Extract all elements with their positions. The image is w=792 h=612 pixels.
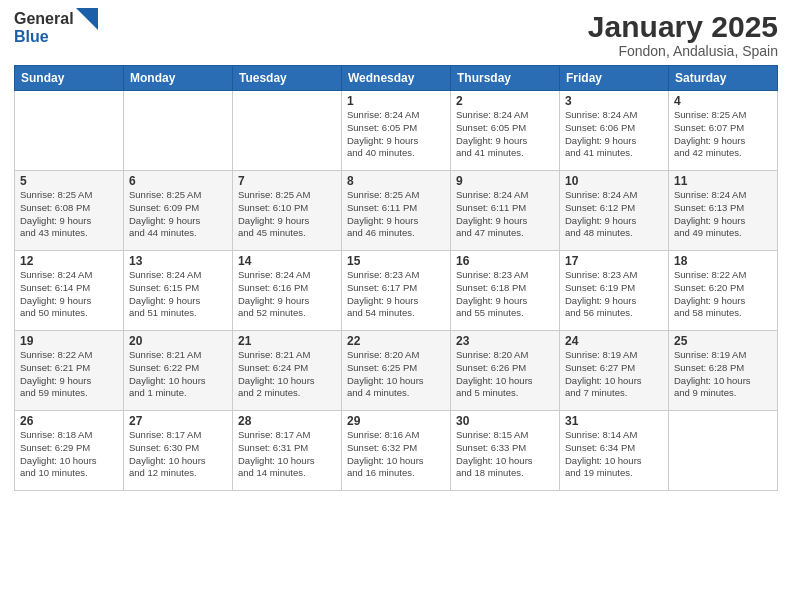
day-cell-0-4: 2Sunrise: 8:24 AM Sunset: 6:05 PM Daylig… <box>451 91 560 171</box>
day-cell-4-5: 31Sunrise: 8:14 AM Sunset: 6:34 PM Dayli… <box>560 411 669 491</box>
day-info: Sunrise: 8:21 AM Sunset: 6:22 PM Dayligh… <box>129 349 227 400</box>
day-cell-0-5: 3Sunrise: 8:24 AM Sunset: 6:06 PM Daylig… <box>560 91 669 171</box>
day-cell-1-6: 11Sunrise: 8:24 AM Sunset: 6:13 PM Dayli… <box>669 171 778 251</box>
day-info: Sunrise: 8:24 AM Sunset: 6:12 PM Dayligh… <box>565 189 663 240</box>
day-number: 30 <box>456 414 554 428</box>
day-cell-2-3: 15Sunrise: 8:23 AM Sunset: 6:17 PM Dayli… <box>342 251 451 331</box>
svg-marker-0 <box>76 8 98 30</box>
day-cell-4-1: 27Sunrise: 8:17 AM Sunset: 6:30 PM Dayli… <box>124 411 233 491</box>
day-number: 28 <box>238 414 336 428</box>
week-row-0: 1Sunrise: 8:24 AM Sunset: 6:05 PM Daylig… <box>15 91 778 171</box>
day-info: Sunrise: 8:24 AM Sunset: 6:16 PM Dayligh… <box>238 269 336 320</box>
day-cell-3-0: 19Sunrise: 8:22 AM Sunset: 6:21 PM Dayli… <box>15 331 124 411</box>
day-cell-2-4: 16Sunrise: 8:23 AM Sunset: 6:18 PM Dayli… <box>451 251 560 331</box>
day-cell-3-5: 24Sunrise: 8:19 AM Sunset: 6:27 PM Dayli… <box>560 331 669 411</box>
header-tuesday: Tuesday <box>233 66 342 91</box>
day-cell-4-6 <box>669 411 778 491</box>
day-number: 31 <box>565 414 663 428</box>
day-info: Sunrise: 8:21 AM Sunset: 6:24 PM Dayligh… <box>238 349 336 400</box>
logo: General Blue <box>14 10 98 45</box>
day-number: 27 <box>129 414 227 428</box>
week-row-4: 26Sunrise: 8:18 AM Sunset: 6:29 PM Dayli… <box>15 411 778 491</box>
page: General Blue January 2025 Fondon, Andalu… <box>0 0 792 612</box>
day-number: 18 <box>674 254 772 268</box>
day-number: 7 <box>238 174 336 188</box>
day-number: 22 <box>347 334 445 348</box>
day-info: Sunrise: 8:14 AM Sunset: 6:34 PM Dayligh… <box>565 429 663 480</box>
day-info: Sunrise: 8:18 AM Sunset: 6:29 PM Dayligh… <box>20 429 118 480</box>
day-number: 12 <box>20 254 118 268</box>
calendar-subtitle: Fondon, Andalusia, Spain <box>588 43 778 59</box>
header-thursday: Thursday <box>451 66 560 91</box>
day-cell-2-6: 18Sunrise: 8:22 AM Sunset: 6:20 PM Dayli… <box>669 251 778 331</box>
day-info: Sunrise: 8:16 AM Sunset: 6:32 PM Dayligh… <box>347 429 445 480</box>
day-number: 9 <box>456 174 554 188</box>
day-cell-1-3: 8Sunrise: 8:25 AM Sunset: 6:11 PM Daylig… <box>342 171 451 251</box>
day-info: Sunrise: 8:22 AM Sunset: 6:21 PM Dayligh… <box>20 349 118 400</box>
day-info: Sunrise: 8:24 AM Sunset: 6:15 PM Dayligh… <box>129 269 227 320</box>
day-cell-4-2: 28Sunrise: 8:17 AM Sunset: 6:31 PM Dayli… <box>233 411 342 491</box>
day-info: Sunrise: 8:15 AM Sunset: 6:33 PM Dayligh… <box>456 429 554 480</box>
day-info: Sunrise: 8:17 AM Sunset: 6:31 PM Dayligh… <box>238 429 336 480</box>
day-info: Sunrise: 8:20 AM Sunset: 6:25 PM Dayligh… <box>347 349 445 400</box>
day-number: 10 <box>565 174 663 188</box>
week-row-1: 5Sunrise: 8:25 AM Sunset: 6:08 PM Daylig… <box>15 171 778 251</box>
day-info: Sunrise: 8:23 AM Sunset: 6:19 PM Dayligh… <box>565 269 663 320</box>
day-info: Sunrise: 8:24 AM Sunset: 6:11 PM Dayligh… <box>456 189 554 240</box>
day-info: Sunrise: 8:24 AM Sunset: 6:05 PM Dayligh… <box>347 109 445 160</box>
day-cell-1-1: 6Sunrise: 8:25 AM Sunset: 6:09 PM Daylig… <box>124 171 233 251</box>
header-monday: Monday <box>124 66 233 91</box>
day-info: Sunrise: 8:17 AM Sunset: 6:30 PM Dayligh… <box>129 429 227 480</box>
day-info: Sunrise: 8:23 AM Sunset: 6:18 PM Dayligh… <box>456 269 554 320</box>
header-saturday: Saturday <box>669 66 778 91</box>
day-info: Sunrise: 8:19 AM Sunset: 6:28 PM Dayligh… <box>674 349 772 400</box>
day-cell-0-3: 1Sunrise: 8:24 AM Sunset: 6:05 PM Daylig… <box>342 91 451 171</box>
day-info: Sunrise: 8:22 AM Sunset: 6:20 PM Dayligh… <box>674 269 772 320</box>
day-cell-3-3: 22Sunrise: 8:20 AM Sunset: 6:25 PM Dayli… <box>342 331 451 411</box>
day-info: Sunrise: 8:19 AM Sunset: 6:27 PM Dayligh… <box>565 349 663 400</box>
calendar-table: Sunday Monday Tuesday Wednesday Thursday… <box>14 65 778 491</box>
calendar-header-row: Sunday Monday Tuesday Wednesday Thursday… <box>15 66 778 91</box>
day-number: 6 <box>129 174 227 188</box>
day-number: 19 <box>20 334 118 348</box>
day-number: 14 <box>238 254 336 268</box>
day-number: 15 <box>347 254 445 268</box>
header-sunday: Sunday <box>15 66 124 91</box>
calendar-title: January 2025 <box>588 10 778 43</box>
day-info: Sunrise: 8:25 AM Sunset: 6:11 PM Dayligh… <box>347 189 445 240</box>
day-number: 11 <box>674 174 772 188</box>
week-row-3: 19Sunrise: 8:22 AM Sunset: 6:21 PM Dayli… <box>15 331 778 411</box>
day-info: Sunrise: 8:20 AM Sunset: 6:26 PM Dayligh… <box>456 349 554 400</box>
day-info: Sunrise: 8:25 AM Sunset: 6:08 PM Dayligh… <box>20 189 118 240</box>
day-number: 1 <box>347 94 445 108</box>
day-number: 21 <box>238 334 336 348</box>
day-info: Sunrise: 8:23 AM Sunset: 6:17 PM Dayligh… <box>347 269 445 320</box>
day-cell-4-3: 29Sunrise: 8:16 AM Sunset: 6:32 PM Dayli… <box>342 411 451 491</box>
day-number: 23 <box>456 334 554 348</box>
day-number: 16 <box>456 254 554 268</box>
day-number: 5 <box>20 174 118 188</box>
week-row-2: 12Sunrise: 8:24 AM Sunset: 6:14 PM Dayli… <box>15 251 778 331</box>
title-block: January 2025 Fondon, Andalusia, Spain <box>588 10 778 59</box>
header-friday: Friday <box>560 66 669 91</box>
day-info: Sunrise: 8:24 AM Sunset: 6:06 PM Dayligh… <box>565 109 663 160</box>
day-number: 26 <box>20 414 118 428</box>
header-wednesday: Wednesday <box>342 66 451 91</box>
day-info: Sunrise: 8:25 AM Sunset: 6:10 PM Dayligh… <box>238 189 336 240</box>
day-cell-0-2 <box>233 91 342 171</box>
day-cell-3-2: 21Sunrise: 8:21 AM Sunset: 6:24 PM Dayli… <box>233 331 342 411</box>
day-cell-0-0 <box>15 91 124 171</box>
day-number: 13 <box>129 254 227 268</box>
day-cell-2-1: 13Sunrise: 8:24 AM Sunset: 6:15 PM Dayli… <box>124 251 233 331</box>
day-cell-4-4: 30Sunrise: 8:15 AM Sunset: 6:33 PM Dayli… <box>451 411 560 491</box>
day-info: Sunrise: 8:25 AM Sunset: 6:07 PM Dayligh… <box>674 109 772 160</box>
day-cell-3-4: 23Sunrise: 8:20 AM Sunset: 6:26 PM Dayli… <box>451 331 560 411</box>
day-cell-2-5: 17Sunrise: 8:23 AM Sunset: 6:19 PM Dayli… <box>560 251 669 331</box>
day-cell-1-4: 9Sunrise: 8:24 AM Sunset: 6:11 PM Daylig… <box>451 171 560 251</box>
day-cell-2-2: 14Sunrise: 8:24 AM Sunset: 6:16 PM Dayli… <box>233 251 342 331</box>
day-number: 25 <box>674 334 772 348</box>
day-cell-3-6: 25Sunrise: 8:19 AM Sunset: 6:28 PM Dayli… <box>669 331 778 411</box>
day-info: Sunrise: 8:24 AM Sunset: 6:05 PM Dayligh… <box>456 109 554 160</box>
day-number: 4 <box>674 94 772 108</box>
day-cell-4-0: 26Sunrise: 8:18 AM Sunset: 6:29 PM Dayli… <box>15 411 124 491</box>
